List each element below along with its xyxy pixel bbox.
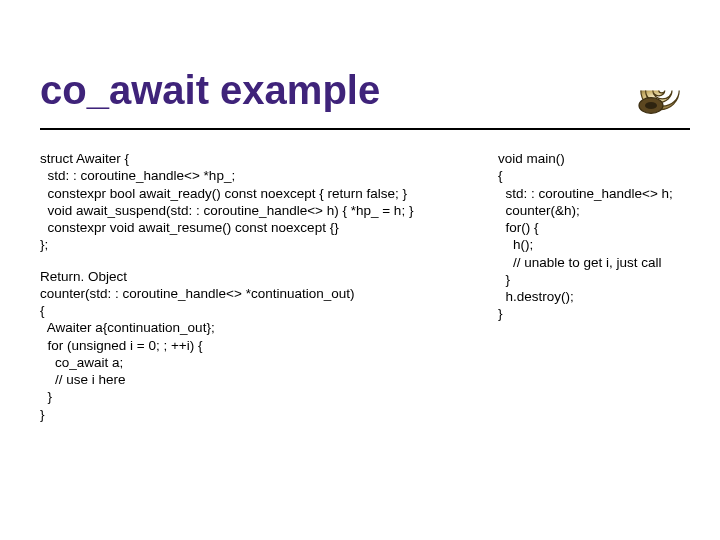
right-column: void main() { std: : coroutine_handle<> … <box>498 150 690 510</box>
slide-title: co_await example <box>40 68 380 113</box>
code-awaiter-struct: struct Awaiter { std: : coroutine_handle… <box>40 150 480 254</box>
svg-point-1 <box>645 101 657 108</box>
title-underline <box>40 128 690 130</box>
title-row: co_await example <box>40 50 700 130</box>
code-counter-func: Return. Object counter(std: : coroutine_… <box>40 268 480 423</box>
slide-root: co_await example struct Awaiter { std: <box>0 0 720 540</box>
slide-body: struct Awaiter { std: : coroutine_handle… <box>40 150 690 510</box>
left-column: struct Awaiter { std: : coroutine_handle… <box>40 150 480 510</box>
shell-icon <box>630 63 690 118</box>
code-main-func: void main() { std: : coroutine_handle<> … <box>498 150 690 323</box>
